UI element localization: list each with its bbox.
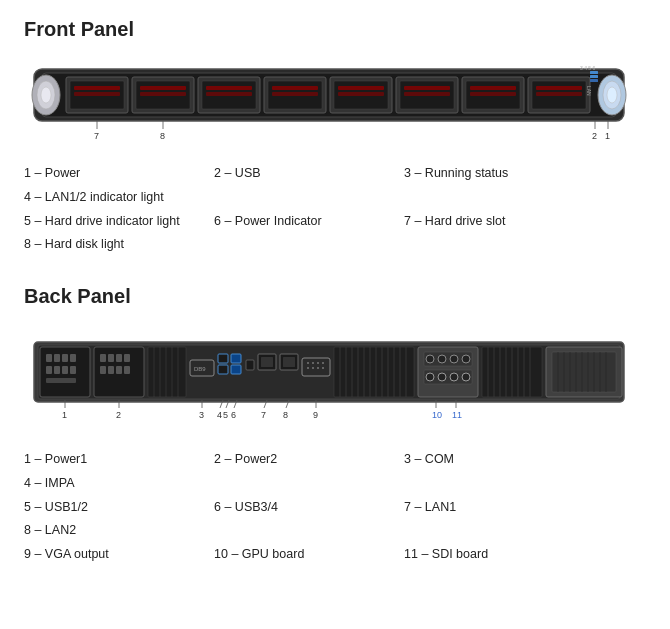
svg-point-120 <box>426 373 434 381</box>
svg-point-96 <box>307 367 309 369</box>
svg-text:11: 11 <box>452 410 462 420</box>
svg-text:2: 2 <box>592 131 597 141</box>
svg-text:3 4 5 6: 3 4 5 6 <box>580 65 596 71</box>
svg-point-116 <box>426 355 434 363</box>
svg-rect-26 <box>338 86 384 90</box>
svg-rect-91 <box>302 358 330 376</box>
back-legend-4: 4 – IMPA <box>24 472 184 496</box>
svg-rect-69 <box>124 354 130 362</box>
svg-rect-70 <box>100 366 106 374</box>
svg-text:4: 4 <box>217 410 222 420</box>
svg-point-4 <box>41 87 51 103</box>
svg-rect-42 <box>590 79 598 82</box>
front-legend-8: 8 – Hard disk light <box>24 233 184 257</box>
svg-rect-57 <box>54 354 60 362</box>
back-panel-svg: DB9 <box>24 332 634 437</box>
front-panel-title: Front Panel <box>24 18 646 41</box>
svg-point-99 <box>322 367 324 369</box>
svg-text:3: 3 <box>199 410 204 420</box>
svg-point-98 <box>317 367 319 369</box>
svg-rect-41 <box>590 75 598 78</box>
back-legend-2: 2 – Power2 <box>214 448 374 472</box>
svg-rect-40 <box>590 71 598 74</box>
svg-text:8: 8 <box>283 410 288 420</box>
front-legend-4: 4 – LAN1/2 indicator light <box>24 186 184 210</box>
svg-rect-18 <box>206 86 252 90</box>
front-panel-svg: 3 4 5 6 LAN 7 8 2 1 <box>24 51 634 151</box>
svg-point-122 <box>450 373 458 381</box>
svg-text:1: 1 <box>62 410 67 420</box>
front-panel-section: Front Panel <box>24 18 646 257</box>
svg-text:1: 1 <box>605 131 610 141</box>
svg-rect-61 <box>54 366 60 374</box>
svg-rect-90 <box>283 357 295 367</box>
back-legend-3: 3 – COM <box>404 448 564 472</box>
svg-point-117 <box>438 355 446 363</box>
svg-rect-19 <box>206 92 252 96</box>
svg-text:8: 8 <box>160 131 165 141</box>
front-legend-1: 1 – Power <box>24 162 184 186</box>
svg-text:DB9: DB9 <box>194 366 206 372</box>
svg-point-7 <box>607 87 617 103</box>
svg-rect-23 <box>272 92 318 96</box>
front-panel-image: 3 4 5 6 LAN 7 8 2 1 <box>24 51 646 154</box>
svg-point-97 <box>312 367 314 369</box>
svg-text:6: 6 <box>231 410 236 420</box>
svg-text:5: 5 <box>223 410 228 420</box>
svg-rect-10 <box>74 86 120 90</box>
svg-text:7: 7 <box>261 410 266 420</box>
svg-rect-68 <box>116 354 122 362</box>
svg-point-121 <box>438 373 446 381</box>
svg-rect-82 <box>218 354 228 363</box>
front-legend-6: 6 – Power Indicator <box>214 210 374 234</box>
svg-rect-11 <box>74 92 120 96</box>
back-legend-7: 7 – LAN1 <box>404 496 564 520</box>
back-legend-1: 1 – Power1 <box>24 448 184 472</box>
back-panel-title: Back Panel <box>24 285 646 308</box>
svg-rect-64 <box>46 378 76 383</box>
svg-rect-88 <box>261 357 273 367</box>
svg-rect-22 <box>272 86 318 90</box>
svg-rect-38 <box>536 86 582 90</box>
svg-text:2: 2 <box>116 410 121 420</box>
back-panel-legend: 1 – Power1 2 – Power2 3 – COM 4 – IMPA 5… <box>24 448 646 567</box>
back-legend-11: 11 – SDI board <box>404 543 564 567</box>
svg-rect-31 <box>404 92 450 96</box>
back-legend-8: 8 – LAN2 <box>24 519 184 543</box>
svg-rect-63 <box>70 366 76 374</box>
front-panel-legend: 1 – Power 2 – USB 3 – Running status 4 –… <box>24 162 646 257</box>
svg-point-118 <box>450 355 458 363</box>
svg-rect-27 <box>338 92 384 96</box>
svg-rect-85 <box>231 365 241 374</box>
svg-point-93 <box>312 362 314 364</box>
svg-point-95 <box>322 362 324 364</box>
svg-rect-56 <box>46 354 52 362</box>
svg-rect-60 <box>46 366 52 374</box>
svg-rect-34 <box>470 86 516 90</box>
svg-rect-15 <box>140 92 186 96</box>
back-legend-9: 9 – VGA output <box>24 543 184 567</box>
back-legend-5: 5 – USB1/2 <box>24 496 184 520</box>
front-legend-2: 2 – USB <box>214 162 374 186</box>
svg-text:10: 10 <box>432 410 442 420</box>
svg-point-92 <box>307 362 309 364</box>
svg-rect-83 <box>218 365 228 374</box>
svg-point-119 <box>462 355 470 363</box>
svg-text:LAN: LAN <box>586 86 592 96</box>
svg-text:9: 9 <box>313 410 318 420</box>
front-legend-3: 3 – Running status <box>404 162 564 186</box>
svg-rect-39 <box>536 92 582 96</box>
svg-rect-71 <box>108 366 114 374</box>
svg-rect-73 <box>124 366 130 374</box>
svg-rect-74 <box>148 347 186 397</box>
svg-rect-84 <box>231 354 241 363</box>
back-panel-image: DB9 <box>24 332 646 440</box>
svg-rect-62 <box>62 366 68 374</box>
svg-rect-66 <box>100 354 106 362</box>
front-legend-5: 5 – Hard drive indicator light <box>24 210 184 234</box>
svg-text:7: 7 <box>94 131 99 141</box>
svg-point-123 <box>462 373 470 381</box>
svg-rect-67 <box>108 354 114 362</box>
svg-rect-59 <box>70 354 76 362</box>
svg-rect-35 <box>470 92 516 96</box>
